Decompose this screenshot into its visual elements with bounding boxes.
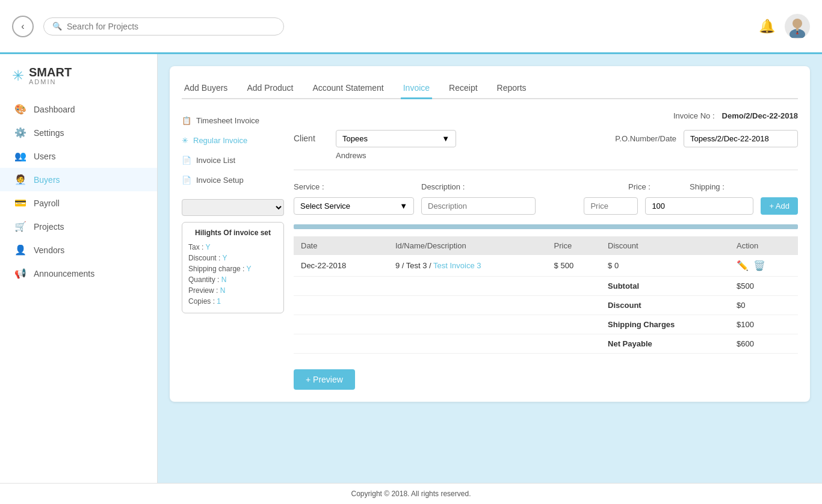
service-select-text: Select Service (300, 201, 350, 211)
highlight-shipping: Shipping charge : Y (188, 263, 277, 274)
net-payable-value: $600 (729, 334, 798, 354)
search-box: 🔍 (43, 17, 284, 35)
payroll-icon: 💳 (14, 197, 26, 209)
client-row: Client Topees ▼ Andrews P.O.Number/Date (294, 130, 798, 170)
sidebar-item-label: Payroll (34, 198, 60, 208)
preview-button[interactable]: + Preview (294, 369, 355, 390)
delete-icon[interactable]: 🗑️ (753, 260, 765, 271)
row-price: $ 500 (547, 255, 601, 277)
discount-label: Discount (601, 296, 729, 315)
shipping-input[interactable] (645, 197, 753, 215)
row-id-name: 9 / Test 3 / Test Invoice 3 (388, 255, 547, 277)
client-dropdown-icon: ▼ (442, 134, 450, 143)
edit-icon[interactable]: ✏️ (737, 260, 749, 271)
invoice-no-value: Demo/2/Dec-22-2018 (722, 111, 798, 120)
service-dropdown-icon: ▼ (400, 201, 407, 211)
highlight-quantity: Quantity : N (188, 274, 277, 285)
user-avatar[interactable] (785, 14, 810, 39)
highlights-box: Hilights Of invoice set Tax : Y Discount… (182, 222, 284, 313)
summary-shipping-row: Shipping Charges $100 (294, 315, 798, 334)
footer: Copyright © 2018. All rights reserved. (0, 483, 822, 504)
sidebar-item-dashboard[interactable]: 🎨 Dashboard (0, 97, 157, 121)
subtotal-label: Subtotal (601, 277, 729, 296)
client-label: Client (294, 130, 324, 143)
invoice-nav: 📋 Timesheet Invoice ✳ Regular Invoice 📄 … (182, 111, 284, 189)
add-button[interactable]: + Add (761, 197, 798, 215)
price-input[interactable] (584, 197, 638, 215)
logo: ✳ SMART ADMIN (0, 66, 157, 97)
price-label: Price : (628, 182, 682, 191)
invoice-setup-icon: 📄 (182, 176, 191, 185)
logo-icon: ✳ (12, 67, 24, 84)
tab-invoice[interactable]: Invoice (401, 78, 432, 99)
invoice-list-icon: 📄 (182, 156, 191, 165)
service-label: Service : (294, 182, 414, 191)
row-date: Dec-22-2018 (294, 255, 388, 277)
logo-text: SMART (29, 66, 72, 78)
col-price: Price (547, 236, 601, 255)
invoice-header: Invoice No : Demo/2/Dec-22-2018 (294, 111, 798, 120)
tab-add-buyers[interactable]: Add Buyers (182, 78, 230, 99)
filter-select[interactable] (182, 199, 284, 216)
highlight-preview: Preview : N (188, 285, 277, 296)
buyers-icon: 🧑‍💼 (14, 174, 26, 185)
highlights-title: Hilights Of invoice set (188, 229, 277, 237)
subtotal-value: $500 (729, 277, 798, 296)
sidebar-item-payroll[interactable]: 💳 Payroll (0, 191, 157, 215)
sidebar-item-buyers[interactable]: 🧑‍💼 Buyers (0, 168, 157, 191)
col-id-name: Id/Name/Description (388, 236, 547, 255)
settings-icon: ⚙️ (14, 127, 26, 138)
summary-subtotal-row: Subtotal $500 (294, 277, 798, 296)
logo-sub: ADMIN (29, 78, 72, 85)
nav-regular-invoice[interactable]: ✳ Regular Invoice (182, 131, 284, 150)
net-payable-label: Net Payable (601, 334, 729, 354)
users-icon: 👥 (14, 150, 26, 162)
sidebar-item-announcements[interactable]: 📢 Announcements (0, 262, 157, 285)
invoice-no-label: Invoice No : (673, 111, 715, 120)
tab-add-product[interactable]: Add Product (244, 78, 295, 99)
tab-reports[interactable]: Reports (495, 78, 529, 99)
svg-rect-2 (796, 27, 799, 31)
service-row: Service : Description : Price : Shipping… (294, 182, 798, 215)
timesheet-invoice-icon: 📋 (182, 116, 191, 125)
highlight-discount: Discount : Y (188, 253, 277, 263)
tab-receipt[interactable]: Receipt (447, 78, 480, 99)
po-input[interactable] (684, 130, 798, 147)
back-button[interactable]: ‹ (12, 16, 34, 37)
description-input[interactable] (421, 197, 536, 215)
tab-account-statement[interactable]: Account Statement (310, 78, 386, 99)
sidebar-item-label: Projects (34, 222, 64, 232)
sidebar-item-label: Settings (34, 128, 64, 138)
notification-icon[interactable]: 🔔 (759, 19, 775, 34)
sidebar-item-label: Vendors (34, 245, 64, 255)
sidebar-item-label: Buyers (34, 175, 60, 185)
nav-timesheet-invoice[interactable]: 📋 Timesheet Invoice (182, 111, 284, 130)
nav-invoice-setup[interactable]: 📄 Invoice Setup (182, 171, 284, 189)
invoice-table: Date Id/Name/Description Price Discount … (294, 236, 798, 354)
sidebar-item-projects[interactable]: 🛒 Projects (0, 215, 157, 238)
col-date: Date (294, 236, 388, 255)
sidebar-item-users[interactable]: 👥 Users (0, 144, 157, 168)
nav-invoice-list[interactable]: 📄 Invoice List (182, 151, 284, 170)
shipping-label: Shipping : (690, 182, 798, 191)
service-select[interactable]: Select Service ▼ (294, 197, 414, 215)
scroll-divider (294, 224, 798, 229)
search-input[interactable] (67, 22, 275, 31)
vendors-icon: 👤 (14, 244, 26, 256)
regular-invoice-icon: ✳ (182, 136, 188, 145)
row-action: ✏️ 🗑️ (729, 255, 798, 277)
discount-value: $0 (729, 296, 798, 315)
sidebar-item-label: Announcements (34, 269, 94, 278)
projects-icon: 🛒 (14, 221, 26, 232)
tab-bar: Add Buyers Add Product Account Statement… (182, 78, 798, 99)
col-action: Action (729, 236, 798, 255)
description-label: Description : (421, 182, 621, 191)
summary-net-row: Net Payable $600 (294, 334, 798, 354)
sidebar-item-settings[interactable]: ⚙️ Settings (0, 121, 157, 144)
sidebar-item-label: Users (34, 152, 56, 161)
client-select[interactable]: Topees ▼ (336, 130, 456, 147)
summary-discount-row: Discount $0 (294, 296, 798, 315)
dashboard-icon: 🎨 (14, 103, 26, 115)
po-label: P.O.Number/Date (615, 134, 676, 143)
sidebar-item-vendors[interactable]: 👤 Vendors (0, 238, 157, 262)
